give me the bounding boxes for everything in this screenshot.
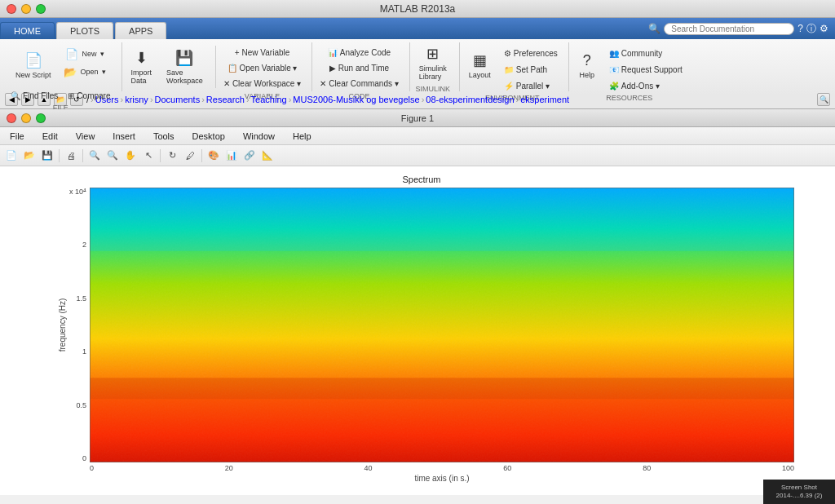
community-icon: 👥 <box>609 49 619 58</box>
tab-home[interactable]: HOME <box>0 22 55 39</box>
toolbar-group-environment: ▦ Layout ⚙ Preferences 📁 Set Path ⚡ Para… <box>463 42 569 91</box>
path-documents[interactable]: Documents <box>155 95 201 104</box>
find-files-button[interactable]: 🔍 Find Files <box>7 88 62 103</box>
x-tick-0: 0 <box>90 464 94 472</box>
path-krisny[interactable]: krisny <box>125 95 148 104</box>
figure-menubar: FileEditViewInsertToolsDesktopWindowHelp <box>0 127 835 145</box>
menu-item-window[interactable]: Window <box>240 130 278 143</box>
compare-button[interactable]: ⊞ Compare <box>64 88 114 103</box>
tab-apps[interactable]: APPS <box>115 22 166 39</box>
fig-print-button[interactable]: 🖨 <box>63 148 79 164</box>
fig-insert-button[interactable]: 📐 <box>259 148 276 164</box>
window-controls[interactable] <box>7 4 46 14</box>
toolbar-group-resources: ? Help 👥 Community 📧 Request Support 🧩 A… <box>572 42 693 91</box>
fig-colorbar-button[interactable]: 🎨 <box>205 148 222 164</box>
figure-titlebar: Figure 1 <box>0 109 835 127</box>
new-variable-button[interactable]: + New Variable <box>231 46 294 60</box>
menu-item-file[interactable]: File <box>7 130 28 143</box>
run-and-time-button[interactable]: ▶ Run and Time <box>325 61 393 75</box>
fig-brush-button[interactable]: 🖊 <box>182 148 198 164</box>
figure-title: Figure 1 <box>401 113 434 123</box>
fig-cursor-button[interactable]: ↖ <box>140 148 157 164</box>
x-tick-60: 60 <box>503 464 511 472</box>
path-eksperiment[interactable]: eksperiment <box>520 95 569 104</box>
support-icon: 📧 <box>609 65 619 74</box>
screenshot-date: 2014-....6.39 (2) <box>776 492 823 500</box>
settings-icon[interactable]: ⚙ <box>820 23 828 34</box>
menu-item-view[interactable]: View <box>73 130 99 143</box>
menu-item-insert[interactable]: Insert <box>109 130 139 143</box>
addons-button[interactable]: 🧩 Add-Ons ▾ <box>605 78 687 93</box>
path-eksperiment-design[interactable]: 08-eksperimentdesign <box>426 95 514 104</box>
menu-item-tools[interactable]: Tools <box>150 130 178 143</box>
new-script-button[interactable]: 📄 New Script <box>10 44 57 86</box>
chart-area: Spectrum frequency (Hz) x 10⁴ 2 1.5 1 0.… <box>0 166 835 495</box>
new-button[interactable]: 📄 New ▾ <box>58 46 111 62</box>
fig-zoom-out-button[interactable]: 🔍 <box>104 148 121 164</box>
open-variable-icon: 📋 <box>228 64 237 73</box>
layout-button[interactable]: ▦ Layout <box>463 44 497 86</box>
fig-rotate-button[interactable]: ↻ <box>164 148 180 164</box>
parallel-button[interactable]: ⚡ Parallel ▾ <box>500 78 562 93</box>
fig-new-button[interactable]: 📄 <box>3 148 20 164</box>
import-data-button[interactable]: ⬇ ImportData <box>126 46 158 88</box>
preferences-button[interactable]: ⚙ Preferences <box>500 46 562 60</box>
help-button[interactable]: ? Help <box>572 44 602 86</box>
spectrum-chart <box>90 188 794 462</box>
fig-open-button[interactable]: 📂 <box>21 148 38 164</box>
title-bar: MATLAB R2013a <box>0 0 835 18</box>
analyze-icon: 📊 <box>328 48 338 57</box>
figure-minimize-button[interactable] <box>21 113 31 123</box>
fig-legend-button[interactable]: 📊 <box>223 148 240 164</box>
main-content: Current Folder ▾ Name ▲ 🖼 spectrogram1.p… <box>0 109 835 504</box>
svg-rect-4 <box>90 399 794 462</box>
fig-zoom-in-button[interactable]: 🔍 <box>86 148 103 164</box>
fig-link-button[interactable]: 🔗 <box>241 148 258 164</box>
fig-pan-button[interactable]: ✋ <box>122 148 139 164</box>
clear-commands-icon: ✕ <box>320 79 326 88</box>
toolbar-group-simulink: ⊞ SimulinkLibrary SIMULINK <box>413 42 460 91</box>
new-script-icon: 📄 <box>24 51 42 69</box>
screenshot-label: Screen Shot <box>776 484 823 492</box>
clear-commands-button[interactable]: ✕ Clear Commands ▾ <box>316 77 403 91</box>
figure-window: Figure 1 FileEditViewInsertToolsDesktopW… <box>0 109 835 504</box>
menu-item-desktop[interactable]: Desktop <box>189 130 228 143</box>
figure-maximize-button[interactable] <box>36 113 46 123</box>
y-tick-15: 1.5 <box>76 294 86 303</box>
search-input[interactable] <box>664 23 794 35</box>
menu-item-help[interactable]: Help <box>289 130 315 143</box>
tab-plots[interactable]: PLOTS <box>56 22 113 39</box>
addons-icon: 🧩 <box>609 82 619 91</box>
x-tick-100: 100 <box>782 464 794 472</box>
info-icon[interactable]: ⓘ <box>806 22 816 36</box>
help-icon[interactable]: ? <box>797 23 803 34</box>
search-path-button[interactable]: 🔍 <box>817 93 830 106</box>
figure-close-button[interactable] <box>7 113 16 123</box>
fig-tb-sep1 <box>59 149 60 162</box>
fig-tb-sep2 <box>82 149 83 162</box>
toolbar-content: 📄 New Script 📄 New ▾ 📂 Open ▾ <box>0 39 835 95</box>
analyze-code-button[interactable]: 📊 Analyze Code <box>324 46 395 60</box>
path-teaching[interactable]: Teaching <box>251 95 287 104</box>
y-tick-1: 1 <box>82 347 86 356</box>
request-support-button[interactable]: 📧 Request Support <box>605 62 687 77</box>
menu-item-edit[interactable]: Edit <box>39 130 61 143</box>
set-path-button[interactable]: 📁 Set Path <box>500 62 562 77</box>
window-title: MATLAB R2013a <box>380 3 456 15</box>
minimize-button[interactable] <box>21 4 31 14</box>
fig-tb-sep4 <box>201 149 202 162</box>
open-variable-button[interactable]: 📋 Open Variable ▾ <box>223 61 302 75</box>
open-button[interactable]: 📂 Open ▾ <box>58 64 111 80</box>
path-mus2006[interactable]: MUS2006-Musikk og bevegelse <box>293 95 419 104</box>
community-button[interactable]: 👥 Community <box>605 46 687 60</box>
clear-workspace-button[interactable]: ✕ Clear Workspace ▾ <box>219 77 305 91</box>
simulink-library-button[interactable]: ⊞ SimulinkLibrary <box>413 42 453 83</box>
fig-save-button[interactable]: 💾 <box>39 148 55 164</box>
close-button[interactable] <box>7 4 16 14</box>
figure-window-controls[interactable] <box>7 113 46 123</box>
save-workspace-button[interactable]: 💾 SaveWorkspace <box>161 46 209 88</box>
path-research[interactable]: Research <box>206 95 245 104</box>
preferences-icon: ⚙ <box>504 49 511 58</box>
new-variable-icon: + <box>235 48 240 57</box>
maximize-button[interactable] <box>36 4 46 14</box>
